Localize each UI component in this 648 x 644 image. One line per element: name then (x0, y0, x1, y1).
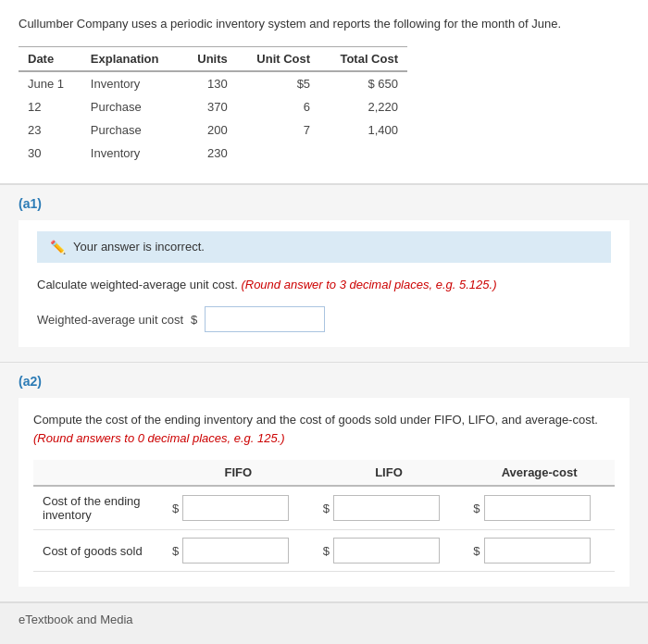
fifo-goods-dollar: $ (172, 544, 179, 558)
table-cell: 200 (181, 118, 236, 142)
weighted-avg-label: Weighted-average unit cost (37, 313, 183, 327)
lifo-ending-cell: $ (314, 486, 465, 530)
table-cell: Purchase (81, 95, 181, 118)
table-row: June 1Inventory130$5$ 650 (19, 71, 407, 95)
table-cell: 2,220 (319, 95, 407, 118)
cost-ending-label: Cost of the endinginventory (33, 486, 163, 530)
col-header-unit-cost: Unit Cost (237, 46, 319, 71)
a2-compute-text: Compute the cost of the ending inventory… (33, 411, 615, 447)
table-cell: Inventory (81, 142, 181, 165)
table-cell: 6 (237, 95, 319, 118)
intro-text: Cullumber Company uses a periodic invent… (19, 15, 629, 33)
dollar-sign-a1: $ (191, 313, 197, 327)
pencil-icon: ✏️ (50, 240, 66, 254)
cost-ending-row: Cost of the endinginventory $ $ (33, 486, 615, 530)
fifo-ending-cell: $ (163, 486, 314, 530)
section-a2: (a2) Compute the cost of the ending inve… (0, 363, 648, 602)
a2-label: (a2) (19, 374, 629, 389)
table-cell: 370 (181, 95, 236, 118)
table-row: 30Inventory230 (19, 142, 407, 165)
lifo-ending-input[interactable] (333, 495, 440, 521)
table-cell: $ 650 (319, 71, 407, 95)
fifo-goods-cell: $ (163, 530, 314, 572)
incorrect-banner: ✏️ Your answer is incorrect. (37, 231, 611, 263)
lifo-goods-cell: $ (314, 530, 465, 572)
a2-instruction: (Round answers to 0 decimal places, e.g.… (33, 431, 285, 445)
col-header-date: Date (19, 46, 81, 71)
avg-goods-input[interactable] (484, 538, 591, 564)
inventory-table: Date Explanation Units Unit Cost Total C… (19, 46, 407, 165)
avg-goods-cell: $ (464, 530, 615, 572)
avg-goods-dollar: $ (473, 544, 480, 558)
fifo-ending-dollar: $ (172, 502, 179, 515)
etextbook-bar: eTextbook and Media (0, 602, 648, 636)
section-a1: (a1) ✏️ Your answer is incorrect. Calcul… (0, 184, 648, 364)
avg-ending-dollar: $ (473, 502, 480, 515)
lifo-goods-dollar: $ (323, 544, 330, 558)
col-header-explanation: Explanation (81, 46, 181, 71)
table-cell: 7 (237, 118, 319, 142)
weighted-avg-row: Weighted-average unit cost $ (37, 306, 611, 332)
table-cell (319, 142, 407, 165)
table-cell: $5 (237, 71, 319, 95)
lifo-ending-dollar: $ (323, 502, 330, 515)
table-row: 23Purchase20071,400 (19, 118, 407, 142)
table-cell: 30 (19, 142, 81, 165)
table-cell: 230 (181, 142, 236, 165)
table-cell: June 1 (19, 71, 81, 95)
a1-instruction: (Round answer to 3 decimal places, e.g. … (241, 278, 496, 291)
a1-question: Calculate weighted-average unit cost. (R… (37, 276, 611, 294)
table-row: 12Purchase37062,220 (19, 95, 407, 118)
banner-text: Your answer is incorrect. (73, 240, 205, 254)
col-header-units: Units (181, 46, 236, 71)
a1-label: (a1) (19, 196, 629, 211)
table-cell: 23 (19, 118, 81, 142)
lifo-goods-input[interactable] (333, 538, 440, 564)
empty-col-header (33, 460, 163, 486)
fifo-goods-input[interactable] (182, 538, 289, 564)
avg-ending-cell: $ (464, 486, 615, 530)
cost-goods-sold-row: Cost of goods sold $ $ (33, 530, 615, 572)
table-cell: Inventory (81, 71, 181, 95)
table-cell: Purchase (81, 118, 181, 142)
avg-ending-input[interactable] (484, 495, 591, 521)
table-cell: 12 (19, 95, 81, 118)
etextbook-label: eTextbook and Media (19, 613, 133, 626)
table-cell: 1,400 (319, 118, 407, 142)
fifo-header: FIFO (163, 460, 314, 486)
cost-table: FIFO LIFO Average-cost Cost of the endin… (33, 460, 615, 572)
weighted-avg-input[interactable] (205, 306, 325, 332)
fifo-ending-input[interactable] (182, 495, 289, 521)
table-cell: 130 (181, 71, 236, 95)
table-cell (237, 142, 319, 165)
col-header-total-cost: Total Cost (319, 46, 407, 71)
cost-goods-sold-label: Cost of goods sold (33, 530, 163, 572)
avg-cost-header: Average-cost (464, 460, 615, 486)
lifo-header: LIFO (314, 460, 465, 486)
